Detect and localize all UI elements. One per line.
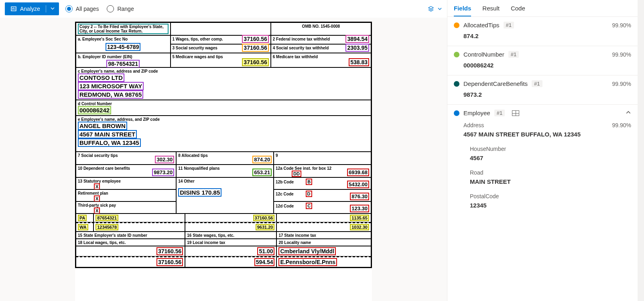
radio-all-pages[interactable]: All pages bbox=[65, 5, 99, 12]
scrollbar[interactable] bbox=[638, 0, 644, 301]
subfield-confidence: 99.90% bbox=[612, 122, 631, 128]
field-value: 000086242 bbox=[463, 62, 631, 69]
radio-label: Range bbox=[117, 6, 134, 12]
radio-icon bbox=[65, 5, 73, 12]
analyze-label: Analyze bbox=[20, 6, 40, 12]
color-dot bbox=[454, 110, 459, 116]
color-dot bbox=[454, 22, 459, 28]
radio-range[interactable]: Range bbox=[107, 5, 134, 12]
layers-icon bbox=[428, 6, 434, 12]
subfield-house-number[interactable]: HouseNumber 4567 bbox=[447, 142, 638, 165]
subfield-label: Address bbox=[463, 122, 484, 128]
side-panel: Fields Result Code AllocatedTips #1 99.9… bbox=[447, 0, 638, 301]
collapse-button[interactable] bbox=[626, 110, 631, 116]
field-allocated-tips[interactable]: AllocatedTips #1 99.90% 874.2 bbox=[447, 17, 638, 46]
subfield-value: 12345 bbox=[470, 202, 631, 209]
subfield-address[interactable]: Address 99.90% 4567 MAIN STREET BUFFALO,… bbox=[447, 118, 638, 142]
field-value: 9873.2 bbox=[463, 91, 631, 98]
table-icon[interactable] bbox=[512, 110, 519, 116]
field-name: AllocatedTips bbox=[463, 22, 500, 28]
tab-result[interactable]: Result bbox=[482, 5, 500, 16]
subfield-value: MAIN STREET bbox=[470, 178, 631, 185]
document-viewer[interactable]: Copy 2 -- To Be Filed with Employee's St… bbox=[0, 18, 447, 301]
subfield-postal-code[interactable]: PostalCode 12345 bbox=[447, 189, 638, 213]
field-dependent-care[interactable]: DependentCareBenefits #1 99.90% 9873.2 bbox=[447, 75, 638, 105]
chevron-down-icon bbox=[437, 6, 442, 11]
field-name: Employee bbox=[463, 110, 490, 116]
field-name: ControlNumber bbox=[463, 51, 504, 58]
radio-icon bbox=[107, 5, 114, 12]
tab-fields[interactable]: Fields bbox=[454, 5, 471, 16]
field-badge: #1 bbox=[494, 110, 505, 116]
field-value: 874.2 bbox=[463, 33, 631, 39]
field-badge: #1 bbox=[508, 51, 519, 58]
color-dot bbox=[454, 52, 459, 57]
analyze-button[interactable]: Analyze bbox=[5, 2, 59, 15]
w2-document: Copy 2 -- To Be Filed with Employee's St… bbox=[75, 22, 372, 301]
analyze-icon bbox=[10, 6, 17, 12]
chevron-up-icon bbox=[626, 110, 631, 115]
field-control-number[interactable]: ControlNumber #1 99.90% 000086242 bbox=[447, 46, 638, 75]
subfield-label: HouseNumber bbox=[470, 146, 631, 152]
chevron-down-icon bbox=[50, 6, 55, 11]
tab-code[interactable]: Code bbox=[511, 5, 525, 16]
tabs: Fields Result Code bbox=[447, 0, 638, 17]
fields-list[interactable]: AllocatedTips #1 99.90% 874.2 ControlNum… bbox=[447, 17, 638, 301]
field-confidence: 99.90% bbox=[612, 22, 631, 28]
subfield-label: PostalCode bbox=[470, 193, 631, 199]
subfield-label: Road bbox=[470, 169, 631, 176]
subfield-road[interactable]: Road MAIN STREET bbox=[447, 165, 638, 189]
subfield-value: 4567 MAIN STREET BUFFALO, WA 12345 bbox=[463, 131, 631, 138]
field-confidence: 99.90% bbox=[612, 81, 631, 87]
subfield-value: 4567 bbox=[470, 155, 631, 161]
field-name: DependentCareBenefits bbox=[463, 80, 528, 87]
field-badge: #1 bbox=[504, 22, 514, 28]
toolbar: Analyze All pages Range bbox=[0, 0, 447, 18]
field-badge: #1 bbox=[532, 80, 542, 87]
field-employee[interactable]: Employee #1 bbox=[447, 105, 638, 118]
field-confidence: 99.90% bbox=[612, 51, 631, 58]
color-dot bbox=[454, 81, 459, 87]
analyze-dropdown[interactable] bbox=[46, 6, 59, 12]
radio-label: All pages bbox=[76, 6, 99, 12]
layers-dropdown[interactable] bbox=[428, 6, 442, 12]
